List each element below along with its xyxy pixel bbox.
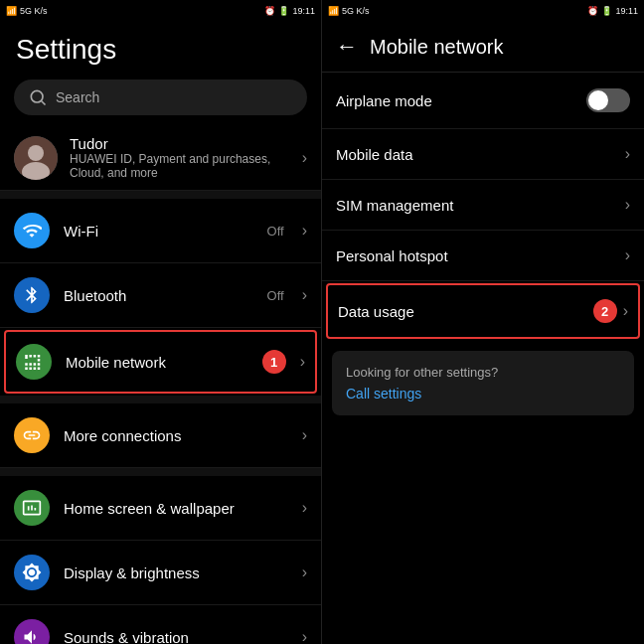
data-usage-item[interactable]: Data usage 2 › [326, 283, 640, 339]
avatar [14, 136, 58, 180]
mobile-data-item[interactable]: Mobile data › [322, 129, 644, 180]
info-box: Looking for other settings? Call setting… [332, 351, 634, 415]
connections-svg [22, 425, 42, 445]
mobile-data-label: Mobile data [336, 146, 625, 163]
search-placeholder: Search [56, 89, 99, 105]
signal-icon-r: 📶 [328, 6, 339, 16]
section-divider-3 [0, 468, 321, 476]
profile-info: Tudor HUAWEI ID, Payment and purchases, … [70, 135, 290, 180]
sidebar-item-more-connections[interactable]: More connections › [0, 403, 321, 468]
bluetooth-label: Bluetooth [64, 287, 253, 304]
signal-icon: 📶 [6, 6, 17, 16]
mobile-network-panel: 📶 5G K/s ⏰ 🔋 19:11 ← Mobile network Airp… [322, 0, 644, 644]
personal-hotspot-item[interactable]: Personal hotspot › [322, 231, 644, 281]
status-left: 📶 5G K/s [6, 6, 48, 16]
display-icon [14, 555, 50, 590]
connections-icon [14, 417, 50, 453]
profile-name: Tudor [70, 135, 290, 152]
mobile-network-icon [16, 344, 52, 380]
data-usage-label: Data usage [338, 303, 593, 320]
mobile-network-list: Airplane mode Mobile data › SIM manageme… [322, 73, 644, 644]
bluetooth-svg [22, 285, 42, 305]
sidebar-item-home-screen[interactable]: Home screen & wallpaper › [0, 476, 321, 541]
right-panel-header: ← Mobile network [322, 22, 644, 73]
time-right: 19:11 [615, 6, 638, 16]
status-right: ⏰ 🔋 19:11 [264, 6, 315, 16]
sim-management-label: SIM management [336, 197, 625, 214]
sim-management-chevron: › [625, 196, 630, 214]
more-connections-chevron: › [302, 426, 307, 444]
airplane-mode-item[interactable]: Airplane mode [322, 73, 644, 129]
status-bar-right: 📶 5G K/s ⏰ 🔋 19:11 [322, 0, 644, 22]
call-settings-link[interactable]: Call settings [346, 386, 620, 402]
status-left-text: 5G K/s [20, 6, 48, 16]
sounds-label: Sounds & vibration [64, 629, 288, 645]
sound-icon [14, 619, 50, 644]
bluetooth-value: Off [267, 288, 284, 303]
settings-panel: 📶 5G K/s ⏰ 🔋 19:11 Settings Search Tudor [0, 0, 322, 644]
profile-row[interactable]: Tudor HUAWEI ID, Payment and purchases, … [0, 125, 321, 191]
data-usage-chevron: › [623, 302, 628, 320]
display-label: Display & brightness [64, 564, 288, 581]
sim-management-item[interactable]: SIM management › [322, 180, 644, 231]
airplane-mode-toggle[interactable] [586, 88, 630, 112]
mobile-data-chevron: › [625, 145, 630, 163]
back-button[interactable]: ← [336, 34, 358, 60]
avatar-image [14, 136, 58, 180]
sound-svg [22, 627, 42, 644]
battery-icon-r: 🔋 [601, 6, 612, 16]
profile-subtitle: HUAWEI ID, Payment and purchases, Cloud,… [70, 152, 290, 180]
airplane-mode-label: Airplane mode [336, 92, 586, 109]
display-svg [22, 563, 42, 582]
more-connections-label: More connections [64, 427, 288, 444]
sidebar-item-wifi[interactable]: Wi-Fi Off › [0, 199, 321, 263]
data-usage-badge: 2 [593, 299, 617, 323]
wifi-chevron: › [302, 222, 307, 240]
svg-line-1 [42, 101, 46, 105]
wifi-value: Off [267, 224, 284, 239]
personal-hotspot-label: Personal hotspot [336, 247, 625, 264]
network-svg [24, 352, 44, 372]
sidebar-item-sounds[interactable]: Sounds & vibration › [0, 605, 321, 644]
status-bar-left: 📶 5G K/s ⏰ 🔋 19:11 [0, 0, 321, 22]
status-right-right: ⏰ 🔋 19:11 [587, 6, 638, 16]
mobile-network-label: Mobile network [66, 354, 248, 371]
search-bar[interactable]: Search [14, 80, 307, 115]
status-right-left-text: 5G K/s [342, 6, 370, 16]
wifi-label: Wi-Fi [64, 223, 253, 240]
alarm-icon-r: ⏰ [587, 6, 598, 16]
profile-chevron: › [302, 149, 307, 167]
svg-point-0 [31, 90, 43, 102]
time-left: 19:11 [292, 6, 315, 16]
battery-icon: 🔋 [278, 6, 289, 16]
toggle-thumb [588, 90, 608, 110]
home-svg [22, 498, 42, 518]
sidebar-item-mobile-network[interactable]: Mobile network 1 › [4, 330, 317, 394]
wifi-icon [14, 213, 50, 248]
settings-list: Wi-Fi Off › Bluetooth Off › Mobile netwo… [0, 191, 321, 644]
display-chevron: › [302, 564, 307, 581]
page-title: Settings [0, 22, 321, 74]
mobile-network-badge: 1 [262, 350, 286, 374]
home-icon [14, 490, 50, 526]
bluetooth-chevron: › [302, 286, 307, 304]
home-screen-label: Home screen & wallpaper [64, 500, 288, 517]
info-box-text: Looking for other settings? [346, 365, 620, 380]
right-panel-title: Mobile network [370, 36, 504, 59]
sidebar-item-bluetooth[interactable]: Bluetooth Off › [0, 263, 321, 328]
bluetooth-icon [14, 277, 50, 313]
mobile-network-chevron: › [300, 353, 305, 371]
sounds-chevron: › [302, 628, 307, 644]
svg-point-3 [28, 145, 44, 161]
wifi-svg [22, 221, 42, 241]
alarm-icon: ⏰ [264, 6, 275, 16]
section-divider [0, 191, 321, 199]
home-screen-chevron: › [302, 499, 307, 517]
status-right-left: 📶 5G K/s [328, 6, 370, 16]
section-divider-2 [0, 396, 321, 403]
search-icon [28, 87, 48, 107]
sidebar-item-display[interactable]: Display & brightness › [0, 541, 321, 605]
personal-hotspot-chevron: › [625, 246, 630, 264]
